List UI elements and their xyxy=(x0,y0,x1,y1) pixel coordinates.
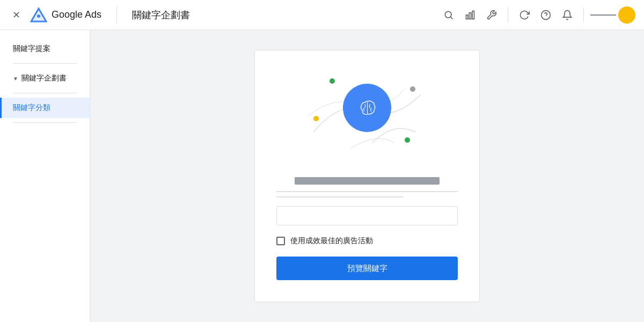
bell-icon[interactable] xyxy=(558,5,577,25)
sidebar-section-keyword-planner[interactable]: ▼ 關鍵字企劃書 xyxy=(0,68,90,89)
sidebar-divider3 xyxy=(13,122,77,123)
svg-rect-7 xyxy=(472,11,474,19)
topbar: ✕ Google Ads 關鍵字企劃書 xyxy=(0,0,644,30)
checkbox-label: 使用成效最佳的廣告活動 xyxy=(290,236,373,246)
checkbox-row: 使用成效最佳的廣告活動 xyxy=(276,236,458,246)
wrench-icon[interactable] xyxy=(482,5,501,25)
google-ads-logo-icon xyxy=(30,6,47,24)
dot-green-top xyxy=(330,78,335,84)
line-bar-2 xyxy=(276,196,404,197)
sidebar: 關鍵字提案 ▼ 關鍵字企劃書 關鍵字分類 xyxy=(0,30,90,322)
main-layout: 關鍵字提案 ▼ 關鍵字企劃書 關鍵字分類 xyxy=(0,30,644,322)
dot-green-bottom xyxy=(405,137,410,143)
topbar-logo-divider xyxy=(116,6,117,24)
best-performing-checkbox[interactable] xyxy=(276,237,285,245)
account-avatar[interactable] xyxy=(618,6,635,24)
sidebar-item-keyword-proposal[interactable]: 關鍵字提案 xyxy=(0,39,90,59)
sidebar-item-keyword-category[interactable]: 關鍵字分類 xyxy=(0,98,90,118)
refresh-icon[interactable] xyxy=(515,5,534,25)
search-icon[interactable] xyxy=(439,5,458,25)
account-line xyxy=(590,14,616,16)
google-ads-logo: Google Ads xyxy=(30,6,101,24)
content-area: 使用成效最佳的廣告活動 預覽關鍵字 xyxy=(90,30,644,322)
form-section: 使用成效最佳的廣告活動 預覽關鍵字 xyxy=(276,177,458,280)
svg-point-2 xyxy=(37,14,40,18)
svg-rect-5 xyxy=(466,15,468,19)
logo-text: Google Ads xyxy=(52,9,101,20)
dot-gray xyxy=(410,86,415,92)
sidebar-section-label: 關鍵字企劃書 xyxy=(21,74,67,83)
text-field[interactable] xyxy=(276,206,458,225)
brain-icon xyxy=(353,93,382,123)
topbar-divider xyxy=(508,8,508,23)
chevron-down-icon: ▼ xyxy=(13,76,18,82)
sidebar-divider2 xyxy=(13,93,77,93)
close-button[interactable]: ✕ xyxy=(9,8,24,23)
chart-icon[interactable] xyxy=(460,5,480,25)
line-bar-1 xyxy=(276,191,458,192)
card: 使用成效最佳的廣告活動 預覽關鍵字 xyxy=(254,50,480,302)
topbar-right xyxy=(439,5,635,25)
topbar-left: ✕ Google Ads 關鍵字企劃書 xyxy=(9,6,190,24)
svg-point-3 xyxy=(445,11,451,18)
page-title: 關鍵字企劃書 xyxy=(132,9,190,21)
svg-rect-6 xyxy=(469,12,471,19)
account-bar xyxy=(590,14,616,16)
illustration xyxy=(297,68,437,164)
preview-keywords-button[interactable]: 預覽關鍵字 xyxy=(276,257,458,280)
brain-circle xyxy=(343,84,391,132)
input-placeholder-bar xyxy=(295,177,440,185)
topbar-divider2 xyxy=(583,8,584,23)
sidebar-divider1 xyxy=(13,63,77,64)
svg-line-4 xyxy=(451,17,453,19)
help-icon[interactable] xyxy=(536,5,555,25)
dot-yellow xyxy=(313,116,319,121)
